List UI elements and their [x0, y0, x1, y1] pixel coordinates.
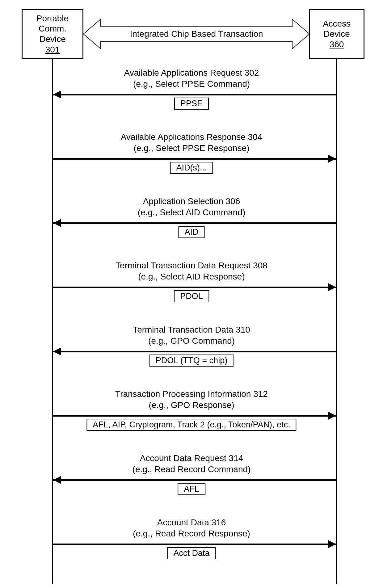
big-arrow-right-head: [292, 19, 310, 49]
message-data-box: AID: [178, 226, 204, 238]
right-entity-line2: Device: [323, 29, 350, 39]
big-arrow-label: Integrated Chip Based Transaction: [130, 29, 263, 39]
message-sub-text: (e.g., Select AID Response): [138, 272, 245, 281]
message-sub: (e.g., Select PPSE Response): [0, 143, 383, 154]
arrow-head-right-icon: [328, 283, 336, 291]
message-sub: (e.g., Select PPSE Command): [0, 78, 383, 90]
message-data-box: AID(s)...: [170, 162, 213, 174]
big-arrow-left-head: [83, 19, 101, 49]
left-entity-line3: Device: [39, 34, 66, 44]
arrow-head-right-icon: [328, 155, 336, 163]
left-entity-box: Portable Comm. Device 301: [22, 9, 83, 59]
arrow-head-left-icon: [53, 476, 61, 484]
message-sub: (e.g., GPO Command): [0, 335, 383, 346]
arrow-head-left-icon: [53, 347, 61, 355]
message-title-text: Account Data Request 314: [140, 453, 243, 463]
message-title: Available Applications Request 302: [0, 67, 383, 78]
message-data-box: AFL: [178, 483, 205, 495]
message-data-box: AFL, AIP, Cryptogram, Track 2 (e.g., Tok…: [86, 419, 296, 431]
message-arrow-line: [53, 158, 336, 160]
message-sub-text: (e.g., GPO Response): [149, 400, 234, 410]
message-title: Application Selection 306: [0, 196, 383, 207]
message-title: Transaction Processing Information 312: [0, 388, 383, 400]
left-entity-num: 301: [45, 44, 60, 55]
message-data-box: Acct Data: [167, 547, 216, 559]
message-data-box: PDOL (TTQ = chip): [149, 355, 234, 367]
message-arrow-line: [53, 222, 336, 224]
big-arrow-body: Integrated Chip Based Transaction: [100, 26, 293, 42]
message-sub-text: (e.g., Read Record Command): [133, 464, 251, 474]
message-arrow-line: [53, 287, 336, 288]
message-sub: (e.g., Select AID Response): [0, 271, 383, 282]
left-entity-line2: Comm.: [39, 23, 66, 34]
message-title: Account Data 316: [0, 517, 383, 528]
message-title: Terminal Transaction Data 310: [0, 324, 383, 335]
message-sub-text: (e.g., Select PPSE Response): [133, 143, 249, 153]
right-entity-num: 360: [330, 39, 344, 50]
arrow-head-left-icon: [53, 90, 61, 99]
message-sub: (e.g., GPO Response): [0, 400, 383, 411]
message-title-text: Application Selection 306: [143, 196, 240, 206]
message-title: Account Data Request 314: [0, 453, 383, 464]
message-title-text: Available Applications Request 302: [124, 68, 259, 78]
message-sub: (e.g., Select AID Command): [0, 207, 383, 218]
message-sub-text: (e.g., Select PPSE Command): [133, 79, 250, 89]
message-title-text: Available Applications Response 304: [121, 132, 263, 142]
message-title: Available Applications Response 304: [0, 132, 383, 143]
right-entity-line1: Access: [323, 19, 351, 29]
message-sub-text: (e.g., Read Record Response): [133, 529, 250, 538]
message-sub: (e.g., Read Record Response): [0, 528, 383, 539]
svg-marker-1: [292, 19, 309, 49]
message-data-box: PPSE: [174, 98, 209, 110]
message-sub-text: (e.g., Select AID Command): [138, 208, 246, 217]
message-data-box: PDOL: [174, 290, 209, 302]
message-title: Terminal Transaction Data Request 308: [0, 260, 383, 271]
message-title-text: Terminal Transaction Data Request 308: [116, 261, 267, 270]
arrow-head-left-icon: [53, 219, 61, 227]
svg-marker-0: [83, 19, 101, 49]
message-arrow-line: [53, 544, 336, 545]
message-arrow-line: [53, 94, 336, 95]
sequence-diagram: Portable Comm. Device 301 Access Device …: [0, 0, 383, 588]
message-arrow-line: [53, 415, 336, 417]
right-entity-box: Access Device 360: [309, 9, 364, 59]
left-entity-line1: Portable: [36, 13, 69, 24]
message-sub-text: (e.g., GPO Command): [148, 336, 235, 346]
arrow-head-right-icon: [328, 540, 336, 548]
message-sub: (e.g., Read Record Command): [0, 464, 383, 475]
arrow-head-right-icon: [328, 412, 336, 420]
message-arrow-line: [53, 351, 336, 352]
message-title-text: Transaction Processing Information 312: [115, 389, 268, 399]
message-arrow-line: [53, 479, 336, 481]
message-title-text: Terminal Transaction Data 310: [133, 325, 250, 334]
message-title-text: Account Data 316: [157, 518, 226, 527]
